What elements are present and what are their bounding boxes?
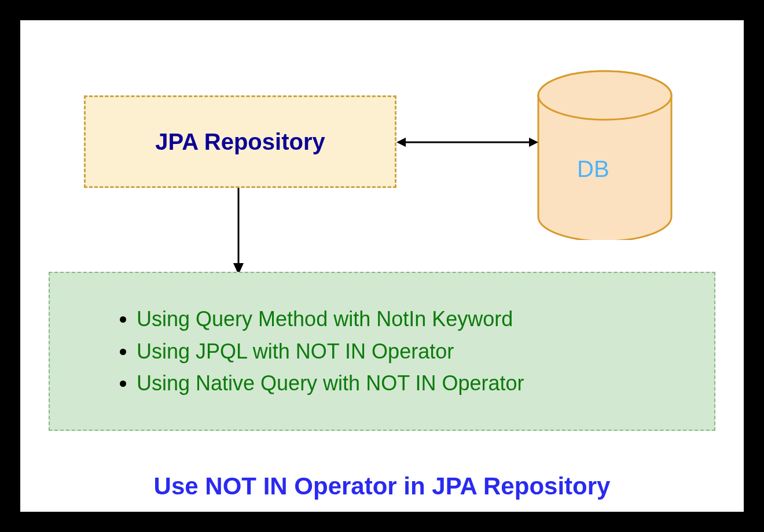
page-title: Use NOT IN Operator in JPA Repository xyxy=(20,472,744,500)
methods-box: Using Query Method with NotIn Keyword Us… xyxy=(49,272,715,431)
jpa-repository-box: JPA Repository xyxy=(84,95,396,188)
svg-point-1 xyxy=(538,71,671,120)
jpa-repository-label: JPA Repository xyxy=(155,129,325,155)
list-item: Using Query Method with NotIn Keyword xyxy=(137,303,524,335)
svg-marker-3 xyxy=(396,138,406,147)
list-item: Using JPQL with NOT IN Operator xyxy=(137,335,524,368)
list-item: Using Native Query with NOT IN Operator xyxy=(137,367,524,400)
database-label: DB xyxy=(577,156,609,182)
diagram-canvas: JPA Repository DB Using Query Method wit… xyxy=(20,20,744,512)
method-item-text: Using JPQL with NOT IN Operator xyxy=(137,339,454,363)
svg-marker-4 xyxy=(529,138,538,147)
methods-list: Using Query Method with NotIn Keyword Us… xyxy=(85,303,524,400)
method-item-text: Using Query Method with NotIn Keyword xyxy=(137,307,513,331)
database-icon xyxy=(532,66,677,240)
method-item-text: Using Native Query with NOT IN Operator xyxy=(137,371,524,395)
down-arrow-icon xyxy=(230,188,247,275)
bidirectional-arrow-icon xyxy=(396,134,538,151)
